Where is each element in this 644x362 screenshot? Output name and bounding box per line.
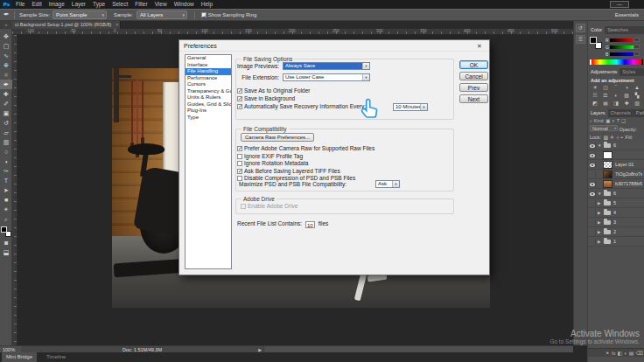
- tab-adjustments[interactable]: Adjustments: [588, 68, 620, 76]
- layer-row[interactable]: 7tOg2o8ro7s0...: [588, 170, 644, 179]
- lasso-tool[interactable]: ∿: [0, 51, 12, 60]
- image-previews-dropdown[interactable]: Always Save▾: [283, 62, 370, 70]
- show-sampling-ring-checkbox[interactable]: Show Sampling Ring: [201, 10, 256, 20]
- layer-row[interactable]: ▶5: [588, 198, 644, 208]
- visibility-toggle[interactable]: [589, 181, 596, 187]
- expand-group-icon[interactable]: ▶: [598, 218, 600, 227]
- pref-category-guides-grid-slices[interactable]: Guides, Grid & Slices: [186, 101, 231, 108]
- layer-row[interactable]: ▼6: [588, 141, 644, 150]
- menu-image[interactable]: Image: [49, 0, 65, 9]
- maximize-compatibility-dropdown[interactable]: Ask▾: [375, 180, 400, 188]
- lock-transparency-icon[interactable]: ▨: [603, 135, 609, 140]
- collapse-group-icon[interactable]: ▼: [598, 189, 601, 198]
- brush-tool[interactable]: ✐: [0, 99, 12, 108]
- menu-view[interactable]: View: [155, 0, 167, 9]
- workspace-switcher[interactable]: Essentials: [615, 10, 639, 20]
- tab-styles[interactable]: Styles: [620, 68, 638, 76]
- hand-tool[interactable]: ✴: [0, 205, 12, 214]
- dialog-title-bar[interactable]: Preferences ✕: [179, 40, 489, 52]
- fs-checkbox-1[interactable]: Save in Background: [237, 95, 295, 102]
- visibility-toggle[interactable]: [589, 210, 596, 216]
- expand-group-icon[interactable]: ▶: [598, 237, 600, 247]
- menu-file[interactable]: File: [16, 0, 24, 9]
- visibility-toggle[interactable]: [589, 171, 596, 178]
- lock-pixels-icon[interactable]: ✛: [609, 135, 615, 140]
- sample-size-dropdown[interactable]: Point Sample: [52, 10, 107, 19]
- layer-style-icon[interactable]: fx: [612, 349, 616, 357]
- fc-checkbox-0[interactable]: Prefer Adobe Camera Raw for Supported Ra…: [237, 145, 374, 152]
- bottom-tab-mini-bridge[interactable]: Mini Bridge: [2, 352, 37, 362]
- gradient-tool[interactable]: ▥: [0, 137, 12, 147]
- collapse-group-icon[interactable]: ▼: [598, 141, 601, 150]
- invert-icon[interactable]: ◩: [590, 100, 600, 108]
- eraser-tool[interactable]: ▱: [0, 128, 12, 137]
- layer-row[interactable]: ▼6: [588, 189, 644, 198]
- tab-swatches[interactable]: Swatches: [605, 26, 631, 34]
- eyedropper-tool[interactable]: ✒: [0, 80, 12, 89]
- color-slider-r[interactable]: R: [606, 38, 640, 43]
- brightness-contrast-icon[interactable]: ☀: [590, 84, 600, 92]
- pen-tool[interactable]: ✑: [0, 166, 12, 176]
- visibility-toggle[interactable]: [589, 162, 596, 168]
- chevron-down-icon[interactable]: ▾: [362, 63, 369, 69]
- pref-category-general[interactable]: General: [186, 55, 231, 62]
- dodge-tool[interactable]: ◖: [0, 157, 12, 166]
- quick-selection-tool[interactable]: ❉: [0, 60, 12, 70]
- close-icon[interactable]: ✕: [472, 41, 486, 51]
- file-extension-dropdown[interactable]: Use Lower Case▾: [283, 73, 370, 81]
- move-tool[interactable]: ✥: [0, 31, 12, 41]
- fc-checkbox-4[interactable]: Disable Compression of PSD and PSB Files: [237, 175, 355, 182]
- visibility-toggle[interactable]: [589, 191, 596, 197]
- channel-slider[interactable]: [610, 38, 634, 42]
- collapse-tools-icon[interactable]: «: [0, 21, 12, 29]
- menu-window[interactable]: Window: [174, 0, 194, 9]
- tab-channels[interactable]: Channels: [608, 109, 634, 117]
- path-selection-tool[interactable]: ➤: [0, 185, 12, 195]
- layer-row[interactable]: [588, 150, 644, 160]
- color-slider-b[interactable]: B: [606, 52, 640, 57]
- pref-category-units-rulers[interactable]: Units & Rulers: [186, 94, 231, 101]
- fc-checkbox-1[interactable]: Ignore EXIF Profile Tag: [237, 153, 303, 160]
- healing-brush-tool[interactable]: ✚: [0, 89, 12, 99]
- screen-mode-icon[interactable]: ⬓: [0, 247, 12, 257]
- fc-checkbox-3[interactable]: Ask Before Saving Layered TIFF Files: [237, 168, 340, 175]
- color-slider-g[interactable]: G: [606, 45, 640, 50]
- fs-checkbox-0[interactable]: Save As to Original Folder: [237, 87, 311, 94]
- recent-files-input[interactable]: 10: [305, 221, 315, 228]
- rectangle-tool[interactable]: ■: [0, 195, 12, 205]
- fs-checkbox-2[interactable]: Automatically Save Recovery Information …: [237, 103, 366, 110]
- type-tool[interactable]: T: [0, 176, 12, 185]
- layer-row[interactable]: Layer 01: [588, 160, 644, 170]
- opacity-label[interactable]: Opacity:: [620, 127, 637, 132]
- channel-value-box[interactable]: [634, 52, 640, 56]
- eyedropper-icon[interactable]: ✒: [4, 10, 10, 20]
- chevron-down-icon[interactable]: ▾: [362, 74, 369, 80]
- lock-all-icon[interactable]: ▪: [620, 135, 624, 140]
- next-button[interactable]: Next: [459, 94, 488, 103]
- photo-filter-icon[interactable]: ▧: [621, 92, 632, 100]
- posterize-icon[interactable]: ▤: [600, 100, 611, 108]
- channel-value-box[interactable]: [634, 38, 640, 42]
- properties-panel-icon[interactable]: ☰: [576, 35, 585, 44]
- exposure-icon[interactable]: ◑: [621, 84, 632, 92]
- new-adjustment-icon[interactable]: ◐: [624, 349, 627, 357]
- camera-raw-preferences-button[interactable]: Camera Raw Preferences...: [241, 133, 314, 142]
- sample-dropdown[interactable]: All Layers: [136, 10, 187, 19]
- foreground-color-swatch[interactable]: [1, 226, 7, 233]
- history-panel-icon[interactable]: ↺: [576, 24, 585, 32]
- shape-filter-icon[interactable]: ❑: [620, 118, 626, 123]
- channel-slider[interactable]: [610, 52, 634, 56]
- layer-row[interactable]: ▶2: [588, 227, 644, 237]
- visibility-toggle[interactable]: [589, 229, 596, 235]
- layer-mask-icon[interactable]: ◧: [618, 349, 623, 357]
- quick-mask-icon[interactable]: ◙: [0, 238, 12, 247]
- visibility-toggle[interactable]: [589, 200, 596, 206]
- visibility-toggle[interactable]: [589, 143, 596, 149]
- history-brush-tool[interactable]: ↺: [0, 118, 12, 128]
- minimize-button[interactable]: —: [610, 1, 629, 8]
- fc-checkbox-2[interactable]: Ignore Rotation Metadata: [237, 160, 308, 167]
- curves-icon[interactable]: ⌒: [611, 84, 621, 92]
- visibility-toggle[interactable]: [589, 239, 596, 245]
- ok-button[interactable]: OK: [459, 60, 488, 69]
- recovery-interval-dropdown[interactable]: 10 Minutes▾: [393, 103, 428, 111]
